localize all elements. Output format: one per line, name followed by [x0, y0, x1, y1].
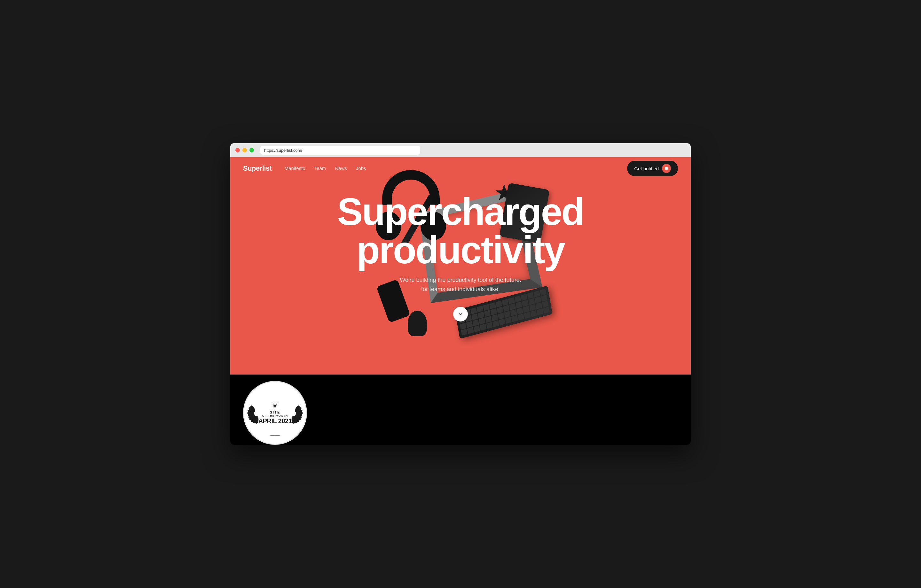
hero-section: Superlist Manifesto Team News Jobs	[230, 157, 691, 375]
scroll-down-button[interactable]	[453, 307, 468, 322]
nav-link-manifesto[interactable]: Manifesto	[285, 166, 305, 171]
nav-item-jobs: Jobs	[356, 166, 366, 171]
browser-window: https://superlist.com/	[230, 143, 691, 445]
nav-link-news[interactable]: News	[335, 166, 347, 171]
hero-title-line1: Supercharged	[337, 190, 584, 233]
get-notified-button[interactable]: Get notified	[627, 161, 678, 176]
nav-right: Get notified	[627, 161, 678, 176]
award-badge: ♛ SITE OF THE MONTH APRIL 2021	[243, 381, 307, 445]
close-button[interactable]	[235, 148, 240, 153]
badge-month-text: APRIL 2021	[259, 417, 292, 425]
badge-inner: ♛ SITE OF THE MONTH APRIL 2021	[252, 401, 298, 425]
hero-title: Supercharged productivity	[243, 192, 678, 269]
hero-title-line2: productivity	[356, 229, 565, 271]
url-text: https://superlist.com/	[264, 148, 302, 153]
nav-item-news: News	[335, 166, 347, 171]
minimize-button[interactable]	[242, 148, 247, 153]
maximize-button[interactable]	[249, 148, 254, 153]
page-content: Superlist Manifesto Team News Jobs	[230, 157, 691, 445]
bottom-section: ♛ SITE OF THE MONTH APRIL 2021	[230, 375, 691, 445]
badge-site-text: SITE	[259, 410, 292, 414]
nav-item-team: Team	[314, 166, 326, 171]
nav-links: Manifesto Team News Jobs	[285, 166, 366, 171]
hero-subtitle: We're building the productivity tool of …	[381, 276, 540, 294]
browser-titlebar: https://superlist.com/	[230, 143, 691, 157]
logo[interactable]: Superlist	[243, 164, 272, 172]
crown-icon: ♛	[259, 401, 292, 409]
navbar: Superlist Manifesto Team News Jobs	[230, 157, 691, 180]
get-notified-label: Get notified	[634, 166, 659, 171]
chevron-down-icon	[457, 311, 464, 317]
nav-link-jobs[interactable]: Jobs	[356, 166, 366, 171]
toggle-dot	[665, 167, 668, 170]
toggle-icon	[662, 164, 671, 173]
url-bar[interactable]: https://superlist.com/	[260, 146, 420, 155]
nav-item-manifesto: Manifesto	[285, 166, 305, 171]
hero-content: Supercharged productivity We're building…	[230, 180, 691, 341]
badge-of-month-text: OF THE MONTH	[259, 414, 292, 417]
nav-link-team[interactable]: Team	[314, 166, 326, 171]
